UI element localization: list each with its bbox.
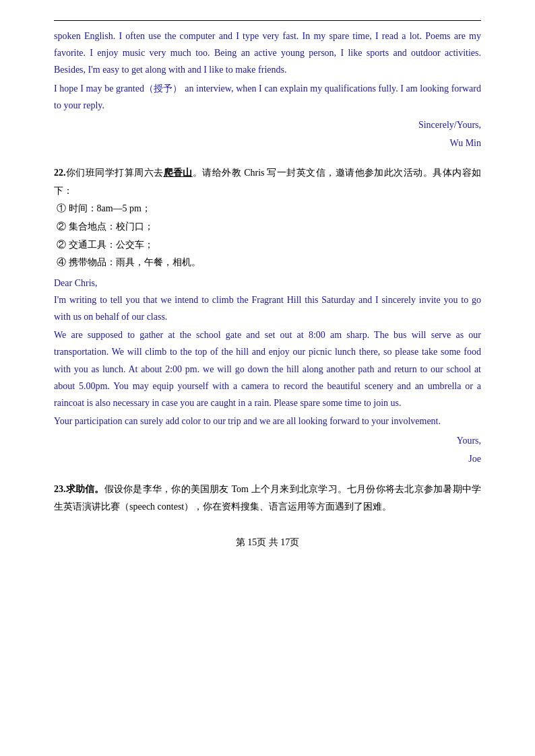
q22-para3: Your participation can surely add color … bbox=[54, 413, 481, 429]
q23-label: 求助信。 bbox=[66, 484, 104, 494]
q22-list-item-1: ① 时间：8am—5 pm； bbox=[54, 200, 481, 218]
q22-para2-text: We are supposed to gather at the school … bbox=[54, 330, 481, 408]
q22-prompt1: 你们班同学打算周六去 bbox=[66, 168, 164, 178]
letter1-paragraph1: spoken English. I often use the computer… bbox=[54, 28, 481, 79]
q23-number-text: 23. bbox=[54, 484, 66, 494]
q22-signature: Joe bbox=[54, 450, 481, 469]
q22-closing-text: Yours, bbox=[54, 432, 481, 450]
q22-para2: We are supposed to gather at the school … bbox=[54, 327, 481, 411]
letter1-para2-text: I hope I may be granted（授予） an interview… bbox=[54, 83, 481, 110]
page-number-text: 第 15页 共 17页 bbox=[236, 537, 300, 547]
q22-header: 22.你们班同学打算周六去爬香山。请给外教 Chris 写一封英文信，邀请他参加… bbox=[54, 164, 481, 200]
letter1-paragraph2: I hope I may be granted（授予） an interview… bbox=[54, 80, 481, 114]
q23-prompt: 假设你是李华，你的美国朋友 Tom 上个月来到北京学习。七月份你将去北京参加暑期… bbox=[54, 484, 481, 512]
q22-salutation: Dear Chris, bbox=[54, 275, 481, 291]
q22-letter: Dear Chris, I'm writing to tell you that… bbox=[54, 275, 481, 469]
letter1-closing-text: Sincerely/Yours, bbox=[54, 116, 481, 135]
question-23: 23.求助信。假设你是李华，你的美国朋友 Tom 上个月来到北京学习。七月份你将… bbox=[54, 481, 481, 516]
q22-para1-text: I'm writing to tell you that we intend t… bbox=[54, 295, 481, 322]
q22-salutation-text: Dear Chris, bbox=[54, 278, 98, 288]
letter1-para1-text: spoken English. I often use the computer… bbox=[54, 31, 481, 75]
q23-number: 23. bbox=[54, 484, 66, 494]
letter1-closing: Sincerely/Yours, Wu Min bbox=[54, 116, 481, 152]
letter1-signature: Wu Min bbox=[54, 135, 481, 153]
q22-list: ① 时间：8am—5 pm； ② 集合地点：校门口； ② 交通工具：公交车； ④… bbox=[54, 200, 481, 271]
q22-para3-text: Your participation can surely add color … bbox=[54, 416, 441, 426]
q22-number-text: 22. bbox=[54, 168, 66, 178]
q22-closing: Yours, Joe bbox=[54, 432, 481, 468]
q22-number: 22. bbox=[54, 168, 66, 178]
letter1-body: spoken English. I often use the computer… bbox=[54, 28, 481, 152]
q23-header: 23.求助信。假设你是李华，你的美国朋友 Tom 上个月来到北京学习。七月份你将… bbox=[54, 481, 481, 516]
q22-item3-text: ② 交通工具：公交车； bbox=[57, 240, 154, 250]
q22-item4-text: ④ 携带物品：雨具，午餐，相机。 bbox=[57, 257, 201, 267]
page-footer: 第 15页 共 17页 bbox=[54, 537, 481, 549]
question-22: 22.你们班同学打算周六去爬香山。请给外教 Chris 写一封英文信，邀请他参加… bbox=[54, 164, 481, 468]
q22-highlight: 爬香山 bbox=[164, 168, 193, 178]
q22-item1-text: ① 时间：8am—5 pm； bbox=[57, 203, 151, 213]
q22-para1: I'm writing to tell you that we intend t… bbox=[54, 291, 481, 325]
page: spoken English. I often use the computer… bbox=[0, 0, 535, 756]
q22-list-item-2: ② 集合地点：校门口； bbox=[54, 218, 481, 236]
q22-list-item-4: ④ 携带物品：雨具，午餐，相机。 bbox=[54, 254, 481, 272]
top-border bbox=[54, 20, 481, 21]
q22-item2-text: ② 集合地点：校门口； bbox=[57, 221, 154, 232]
q22-list-item-3: ② 交通工具：公交车； bbox=[54, 236, 481, 254]
